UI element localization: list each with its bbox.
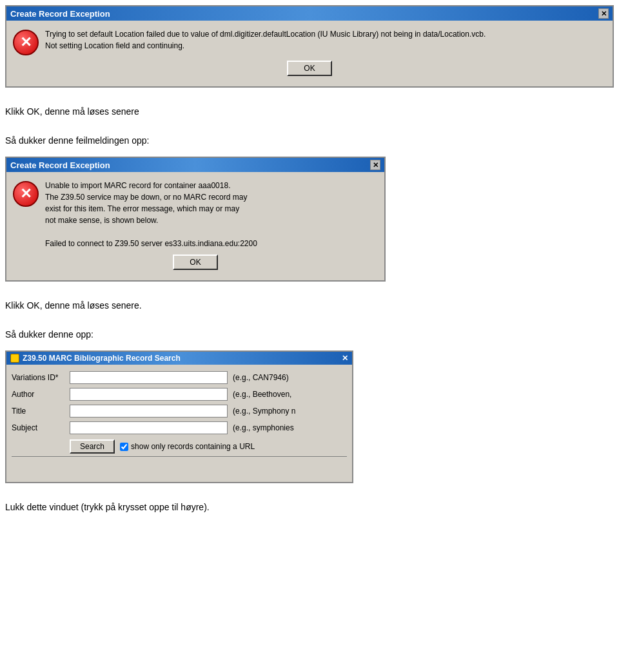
- dialog3-close-button[interactable]: ✕: [342, 354, 348, 363]
- prose-section-2: Klikk OK, denne må løses senere. Så dukk…: [0, 292, 619, 345]
- dialog2-msg-line3: exist for this item. The error message, …: [45, 204, 239, 213]
- dialog1-footer: OK: [13, 55, 606, 79]
- dialog1: Create Record Exception ✕ ✕ Trying to se…: [5, 5, 614, 88]
- dialog1-message: Trying to set default Location failed du…: [45, 28, 606, 52]
- dialog1-title-bar: Create Record Exception ✕: [6, 6, 613, 21]
- error-icon-2: ✕: [13, 181, 39, 207]
- checkbox-url[interactable]: [120, 443, 128, 451]
- dialog2-msg-line6: Failed to connect to Z39.50 server es33.…: [45, 239, 257, 248]
- search-status-bar: [12, 456, 347, 475]
- prose-section-1: Klikk OK, denne må løses senere Så dukke…: [0, 98, 619, 151]
- dialog2-body: ✕ Unable to import MARC record for conta…: [6, 172, 384, 280]
- hint-author: (e.g., Beethoven,: [233, 390, 291, 399]
- dialog2: Create Record Exception ✕ ✕ Unable to im…: [5, 157, 386, 282]
- checkbox-url-text: show only records containing a URL: [131, 442, 255, 451]
- prose2-line2: Så dukker denne opp:: [5, 327, 614, 341]
- form-row-title: Title (e.g., Symphony n: [12, 405, 347, 418]
- dialog2-msg-line2: The Z39.50 service may be down, or no MA…: [45, 193, 247, 202]
- form-row-subject: Subject (e.g., symphonies: [12, 421, 347, 434]
- label-subject: Subject: [12, 423, 70, 432]
- dialog3-title: Z39.50 MARC Bibliographic Record Search: [23, 354, 181, 363]
- dialog2-msg-line1: Unable to import MARC record for contain…: [45, 181, 230, 190]
- input-author[interactable]: [70, 388, 228, 401]
- prose3-line1: Lukk dette vinduet (trykk på krysset opp…: [5, 500, 614, 514]
- dialog1-ok-button[interactable]: OK: [287, 61, 332, 76]
- hint-title: (e.g., Symphony n: [233, 407, 295, 416]
- hint-subject: (e.g., symphonies: [233, 423, 294, 432]
- dialog1-msg-line2: Not setting Location field and continuin…: [45, 41, 184, 50]
- hint-variations-id: (e.g., CAN7946): [233, 373, 289, 382]
- dialog1-title: Create Record Exception: [10, 9, 110, 19]
- search-button[interactable]: Search: [70, 439, 115, 454]
- label-variations-id: Variations ID*: [12, 373, 70, 382]
- error-icon-1: ✕: [13, 30, 39, 55]
- dialog2-message: Unable to import MARC record for contain…: [45, 180, 378, 249]
- dialog3: Z39.50 MARC Bibliographic Record Search …: [5, 350, 353, 483]
- dialog3-body: Variations ID* (e.g., CAN7946) Author (e…: [6, 365, 352, 482]
- dialog2-msg-line4: not make sense, is shown below.: [45, 216, 158, 225]
- input-subject[interactable]: [70, 421, 228, 434]
- dialog2-close-button[interactable]: ✕: [370, 160, 380, 170]
- dialog2-title-bar: Create Record Exception ✕: [6, 158, 384, 172]
- form-row-author: Author (e.g., Beethoven,: [12, 388, 347, 401]
- input-variations-id[interactable]: [70, 371, 228, 384]
- prose-section-3: Lukk dette vinduet (trykk på krysset opp…: [0, 494, 619, 518]
- search-dialog-icon: [10, 354, 19, 363]
- dialog2-ok-button[interactable]: OK: [173, 254, 218, 270]
- checkbox-url-label: show only records containing a URL: [120, 442, 255, 451]
- prose1-line1: Klikk OK, denne må løses senere: [5, 104, 614, 119]
- dialog1-body: ✕ Trying to set default Location failed …: [6, 21, 613, 86]
- prose1-line2: Så dukker denne feilmeldingen opp:: [5, 133, 614, 148]
- search-actions-row: Search show only records containing a UR…: [70, 439, 347, 454]
- dialog2-title: Create Record Exception: [10, 160, 110, 170]
- prose2-line1: Klikk OK, denne må løses senere.: [5, 298, 614, 312]
- dialog1-msg-line1: Trying to set default Location failed du…: [45, 30, 486, 39]
- dialog3-title-bar: Z39.50 MARC Bibliographic Record Search …: [6, 352, 352, 365]
- dialog1-close-button[interactable]: ✕: [598, 8, 609, 19]
- label-title: Title: [12, 407, 70, 416]
- input-title[interactable]: [70, 405, 228, 418]
- dialog2-footer: OK: [13, 249, 378, 273]
- label-author: Author: [12, 390, 70, 399]
- form-row-variations: Variations ID* (e.g., CAN7946): [12, 371, 347, 384]
